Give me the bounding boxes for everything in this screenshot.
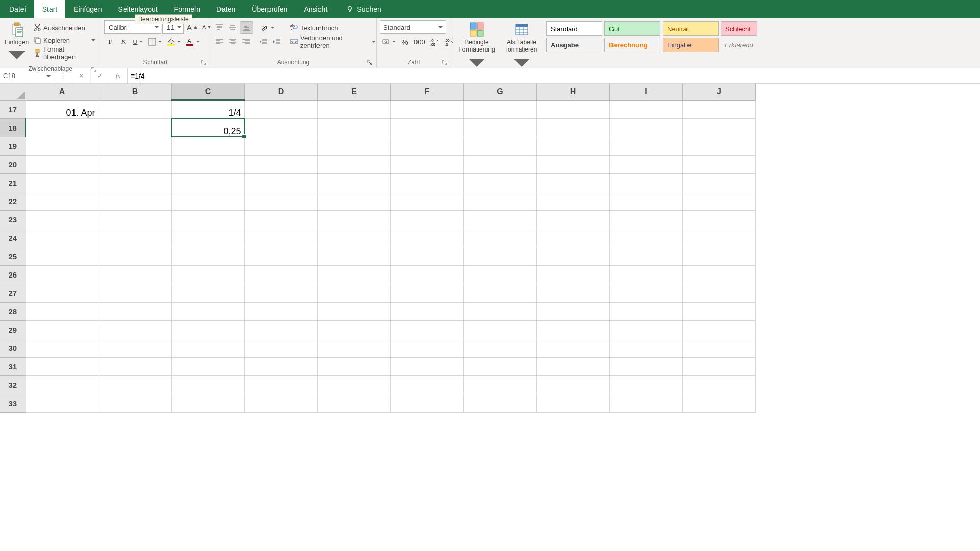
cell-C17[interactable]: 1/4 xyxy=(172,100,244,118)
cell-H32[interactable] xyxy=(536,375,609,394)
cell-F17[interactable] xyxy=(390,100,463,118)
row-header-26[interactable]: 26 xyxy=(0,265,26,284)
cell-A21[interactable] xyxy=(26,173,99,192)
cell-D22[interactable] xyxy=(244,192,317,210)
cell-H18[interactable] xyxy=(536,118,609,137)
cell-B27[interactable] xyxy=(99,284,172,302)
cell-C23[interactable] xyxy=(172,210,244,229)
cell-B19[interactable] xyxy=(99,137,172,155)
row-header-19[interactable]: 19 xyxy=(0,137,26,155)
insert-function-button[interactable]: fx xyxy=(109,68,128,83)
tab-datei[interactable]: Datei xyxy=(1,0,34,18)
cell-C32[interactable] xyxy=(172,375,244,394)
cell-I22[interactable] xyxy=(609,192,682,210)
cell-D28[interactable] xyxy=(244,302,317,320)
cell-I18[interactable] xyxy=(609,118,682,137)
cell-B28[interactable] xyxy=(99,302,172,320)
cell-J23[interactable] xyxy=(682,210,755,229)
conditional-formatting-button[interactable]: Bedingte Formatierung xyxy=(454,20,499,72)
cell-F29[interactable] xyxy=(390,320,463,339)
formula-input[interactable] xyxy=(128,68,980,83)
cell-B32[interactable] xyxy=(99,375,172,394)
cell-C28[interactable] xyxy=(172,302,244,320)
cell-J28[interactable] xyxy=(682,302,755,320)
cell-C30[interactable] xyxy=(172,339,244,357)
format-as-table-button[interactable]: Als Tabelle formatieren xyxy=(501,20,542,72)
cell-I20[interactable] xyxy=(609,155,682,173)
cell-G29[interactable] xyxy=(463,320,536,339)
cell-B31[interactable] xyxy=(99,357,172,375)
cell-G22[interactable] xyxy=(463,192,536,210)
cell-I33[interactable] xyxy=(609,394,682,412)
cell-B21[interactable] xyxy=(99,173,172,192)
cell-A31[interactable] xyxy=(26,357,99,375)
cell-G19[interactable] xyxy=(463,137,536,155)
cell-J33[interactable] xyxy=(682,394,755,412)
cell-B23[interactable] xyxy=(99,210,172,229)
cell-G23[interactable] xyxy=(463,210,536,229)
cell-J29[interactable] xyxy=(682,320,755,339)
cell-B20[interactable] xyxy=(99,155,172,173)
cell-F22[interactable] xyxy=(390,192,463,210)
cell-J31[interactable] xyxy=(682,357,755,375)
copy-button[interactable]: Kopieren xyxy=(31,34,97,46)
cell-E26[interactable] xyxy=(317,265,390,284)
column-header-E[interactable]: E xyxy=(317,84,390,100)
column-header-I[interactable]: I xyxy=(609,84,682,100)
cell-A33[interactable] xyxy=(26,394,99,412)
row-header-30[interactable]: 30 xyxy=(0,339,26,357)
cell-C29[interactable] xyxy=(172,320,244,339)
cell-I26[interactable] xyxy=(609,265,682,284)
cell-G25[interactable] xyxy=(463,247,536,265)
column-header-B[interactable]: B xyxy=(99,84,172,100)
cell-E31[interactable] xyxy=(317,357,390,375)
cell-I30[interactable] xyxy=(609,339,682,357)
tab-start[interactable]: Start xyxy=(34,0,66,18)
cell-D30[interactable] xyxy=(244,339,317,357)
tab-einfuegen[interactable]: Einfügen xyxy=(65,0,110,18)
cell-A32[interactable] xyxy=(26,375,99,394)
cell-G31[interactable] xyxy=(463,357,536,375)
cell-J27[interactable] xyxy=(682,284,755,302)
column-header-G[interactable]: G xyxy=(463,84,536,100)
cell-H33[interactable] xyxy=(536,394,609,412)
cell-F31[interactable] xyxy=(390,357,463,375)
cell-H17[interactable] xyxy=(536,100,609,118)
cell-A26[interactable] xyxy=(26,265,99,284)
tab-ueberpruefen[interactable]: Überprüfen xyxy=(243,0,296,18)
cell-J18[interactable] xyxy=(682,118,755,137)
select-all-corner[interactable] xyxy=(0,84,26,100)
column-header-J[interactable]: J xyxy=(682,84,755,100)
cell-C20[interactable] xyxy=(172,155,244,173)
align-bottom-button[interactable] xyxy=(240,21,253,34)
cell-D26[interactable] xyxy=(244,265,317,284)
row-header-17[interactable]: 17 xyxy=(0,100,26,118)
cell-H24[interactable] xyxy=(536,229,609,247)
cell-F23[interactable] xyxy=(390,210,463,229)
cell-B22[interactable] xyxy=(99,192,172,210)
column-header-D[interactable]: D xyxy=(244,84,317,100)
cell-J26[interactable] xyxy=(682,265,755,284)
cell-F20[interactable] xyxy=(390,155,463,173)
cell-A24[interactable] xyxy=(26,229,99,247)
cell-E27[interactable] xyxy=(317,284,390,302)
spreadsheet-grid[interactable]: ABCDEFGHIJ1701. Apr1/4180,25192021222324… xyxy=(0,84,980,413)
cell-G21[interactable] xyxy=(463,173,536,192)
search-box[interactable] xyxy=(335,0,408,18)
cell-I19[interactable] xyxy=(609,137,682,155)
underline-button[interactable]: U xyxy=(131,36,145,48)
style-gut[interactable]: Gut xyxy=(604,21,660,36)
row-header-33[interactable]: 33 xyxy=(0,394,26,412)
cell-H28[interactable] xyxy=(536,302,609,320)
cell-I23[interactable] xyxy=(609,210,682,229)
align-center-button[interactable] xyxy=(227,36,239,48)
cell-E33[interactable] xyxy=(317,394,390,412)
fill-color-button[interactable] xyxy=(165,36,183,48)
cell-I21[interactable] xyxy=(609,173,682,192)
row-header-28[interactable]: 28 xyxy=(0,302,26,320)
cell-styles-gallery[interactable]: Standard Gut Neutral Schlecht Ausgabe Be… xyxy=(544,20,760,53)
align-top-button[interactable] xyxy=(213,21,226,34)
cut-button[interactable]: Ausschneiden xyxy=(31,21,97,34)
cell-A23[interactable] xyxy=(26,210,99,229)
cell-J17[interactable] xyxy=(682,100,755,118)
